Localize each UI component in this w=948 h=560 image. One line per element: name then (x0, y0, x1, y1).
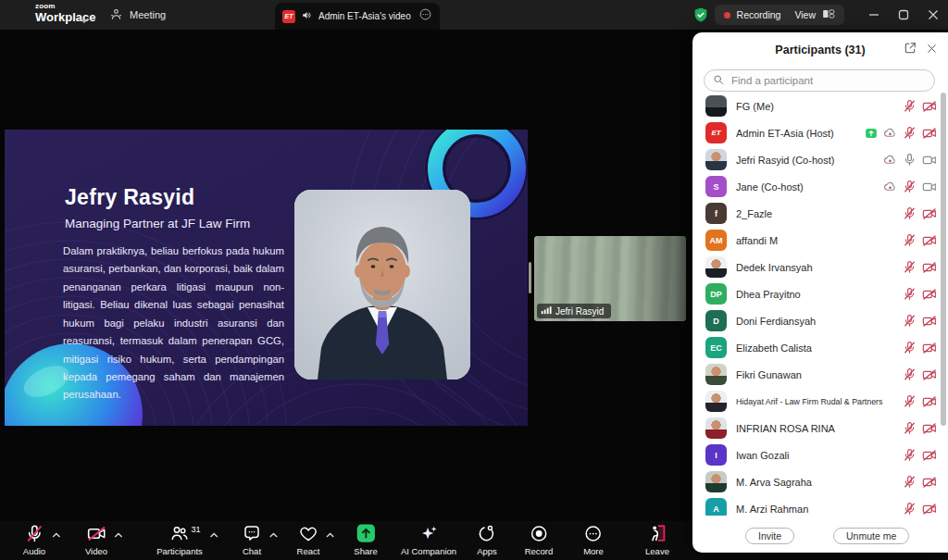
participant-row[interactable]: Hidayat Arif - Law Firm Rudal & Partners (692, 388, 941, 415)
toolbar-chat-button[interactable]: Chat (243, 525, 262, 556)
search-input[interactable] (730, 74, 926, 87)
camera-off-icon (922, 394, 937, 409)
titlebar: zoom Workplace Meeting ET Admin ET-Asia'… (0, 0, 948, 30)
tab-meeting[interactable]: Meeting (109, 0, 166, 30)
toolbar-more-button[interactable]: More (583, 525, 604, 556)
chevron-up-icon[interactable] (269, 531, 279, 539)
toolbar-item-label: Chat (243, 546, 261, 556)
camera-off-icon (922, 421, 937, 436)
participant-row[interactable]: ET Admin ET-Asia (Host) (692, 119, 941, 146)
toolbar-record-button[interactable]: Record (525, 525, 554, 556)
toolbar-leave-button[interactable]: Leave (645, 525, 669, 556)
scrollbar-thumb[interactable] (941, 93, 946, 426)
participant-row[interactable]: INFRIAN ROSA RINA (692, 415, 941, 442)
chevron-up-icon[interactable] (113, 531, 122, 539)
participant-row[interactable]: Fikri Gunawan (692, 361, 941, 388)
participant-row[interactable]: S Jane (Co-host) (692, 173, 941, 200)
chevron-up-icon[interactable] (325, 531, 334, 539)
recording-indicator[interactable]: Recording View (715, 5, 844, 25)
speaker-icon (301, 8, 313, 25)
toolbar-share-button[interactable]: Share (354, 525, 377, 556)
participants-panel: Participants (31) FG (Me) ET Admin ET- (692, 32, 948, 553)
chevron-down-icon[interactable] (80, 11, 89, 28)
meeting-people-icon (109, 7, 123, 23)
chevron-up-icon[interactable] (52, 531, 61, 539)
toolbar-item-label: Leave (645, 546, 669, 556)
participant-status-icons (903, 502, 937, 516)
view-layout-icon[interactable] (822, 6, 835, 23)
camera-off-icon (922, 287, 937, 302)
toolbar-item-label: Participants (156, 546, 203, 556)
heart-icon (298, 524, 318, 547)
unmute-me-button[interactable]: Unmute me (833, 528, 909, 544)
participant-name: Dhea Prayitno (736, 289, 899, 300)
participant-row[interactable]: Dedek Irvansyah (692, 254, 941, 280)
participant-search[interactable] (704, 69, 935, 92)
participant-row[interactable]: I Iwan Gozali (692, 442, 941, 468)
participant-list: FG (Me) ET Admin ET-Asia (Host) Jefri Ra… (692, 93, 941, 516)
recording-dot-icon (724, 12, 730, 19)
participant-row[interactable]: EC Elizabeth Calista (692, 334, 941, 361)
speaker-photo (294, 190, 470, 380)
participant-row[interactable]: Jefri Rasyid (Co-host) (692, 146, 941, 173)
search-icon (713, 72, 724, 89)
participants-panel-footer: Invite Unmute me (692, 517, 948, 553)
mic-muted-icon (903, 448, 917, 462)
video-tile-name: Jefri Rasyid (555, 306, 604, 317)
mic-muted-icon (903, 260, 917, 274)
toolbar-ai-companion-button[interactable]: AI Companion (401, 525, 456, 556)
security-shield-icon[interactable] (692, 6, 709, 23)
camera-off-icon (922, 206, 937, 221)
toolbar-audio-button[interactable]: Audio (23, 525, 45, 556)
participant-status-icons (903, 394, 937, 409)
ai-sparkle-icon (418, 524, 438, 547)
close-panel-icon[interactable] (926, 42, 938, 58)
participant-avatar: f (705, 203, 727, 224)
participant-row[interactable]: D Doni Ferdiansyah (692, 307, 941, 334)
participant-row[interactable]: A M. Arzi Rahman (692, 495, 941, 516)
participant-row[interactable]: FG (Me) (692, 93, 941, 119)
panel-resize-handle[interactable] (529, 262, 531, 293)
maximize-button[interactable] (889, 0, 918, 30)
participant-status-icons (903, 421, 937, 436)
mic-muted-icon (903, 502, 917, 516)
toolbar-react-button[interactable]: React (297, 525, 320, 556)
participant-status-icons (903, 206, 937, 221)
popout-icon[interactable] (904, 42, 917, 58)
participant-row[interactable]: AM affandi M (692, 227, 941, 254)
close-window-button[interactable] (918, 0, 948, 30)
participant-row[interactable]: DP Dhea Prayitno (692, 280, 941, 307)
toolbar-participants-button[interactable]: 31 Participants (156, 525, 203, 556)
participant-avatar (705, 95, 727, 117)
mic-muted-icon (903, 475, 917, 489)
participant-name: affandi M (736, 235, 899, 246)
participant-avatar: AM (705, 230, 727, 251)
camera-off-icon (922, 233, 937, 248)
toolbar-video-button[interactable]: Video (85, 525, 107, 556)
tab-video-file[interactable]: ET Admin ET-Asia's video file (275, 3, 440, 30)
participant-video-tile[interactable]: Jefri Rasyid (534, 236, 686, 321)
view-button[interactable]: View (794, 9, 816, 20)
et-asia-logo: ET (282, 10, 295, 23)
participant-avatar: A (705, 498, 727, 516)
participant-avatar: S (705, 176, 727, 197)
participant-name: Jefri Rasyid (Co-host) (736, 155, 879, 166)
participant-row[interactable]: M. Arva Sagraha (692, 468, 941, 495)
record-icon (530, 524, 549, 547)
invite-button[interactable]: Invite (745, 528, 794, 544)
participant-status-icons (903, 341, 937, 355)
toolbar-apps-button[interactable]: Apps (477, 525, 497, 556)
mic-muted-icon (903, 287, 917, 301)
participant-status-icons (903, 448, 937, 463)
camera-off-icon (922, 99, 937, 114)
minimize-button[interactable] (859, 0, 889, 30)
chevron-up-icon[interactable] (209, 531, 218, 539)
participant-avatar (705, 417, 727, 439)
mic-muted-icon (903, 394, 917, 408)
tab-options-ellipsis-icon[interactable] (418, 7, 432, 25)
participant-row[interactable]: f 2_Fazle (692, 200, 941, 227)
toolbar-item-label: React (297, 546, 320, 556)
mic-muted-icon (903, 206, 917, 220)
camera-off-icon (922, 475, 937, 490)
screen-share-indicator-icon (865, 127, 878, 140)
